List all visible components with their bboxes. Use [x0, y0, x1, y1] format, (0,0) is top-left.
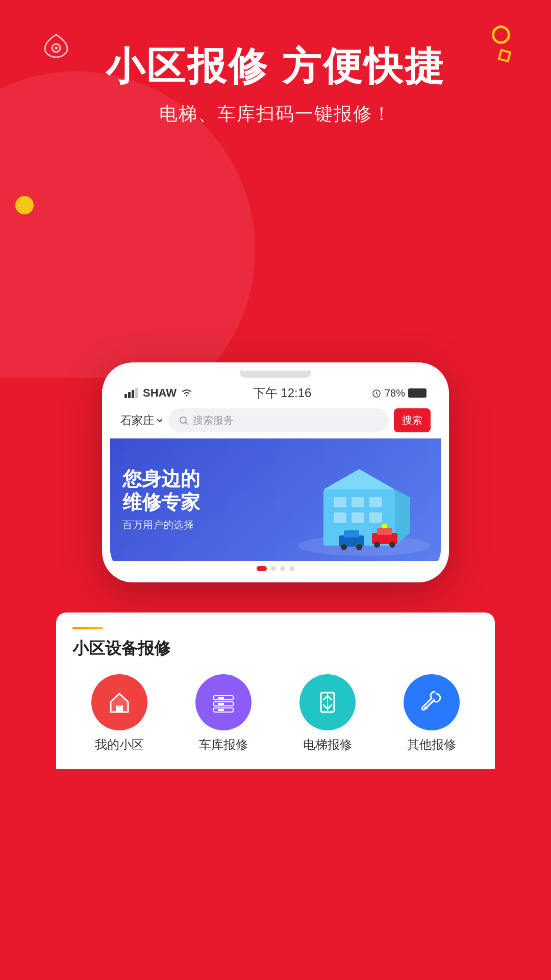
dot-4	[289, 566, 294, 571]
svg-point-24	[374, 542, 380, 548]
svg-point-25	[389, 542, 395, 548]
garage-repair-icon	[195, 674, 252, 730]
deco-icon-top-right	[492, 26, 510, 61]
status-right: 78%	[371, 387, 427, 399]
other-repair-label: 其他报修	[407, 737, 456, 753]
banner-text: 您身边的维修专家 百万用户的选择	[122, 468, 200, 532]
repair-section-title: 小区设备报修	[72, 638, 170, 660]
svg-rect-23	[377, 528, 392, 535]
svg-rect-32	[218, 703, 224, 705]
other-repair-icon	[404, 674, 460, 730]
my-community-icon	[91, 674, 147, 730]
svg-rect-13	[352, 497, 364, 507]
svg-rect-5	[135, 388, 138, 398]
my-community-label: 我的小区	[95, 737, 144, 753]
svg-rect-26	[382, 524, 387, 528]
search-field[interactable]: 搜索服务	[168, 408, 389, 432]
svg-point-36	[424, 706, 428, 709]
svg-rect-15	[334, 512, 346, 523]
svg-rect-4	[132, 390, 134, 398]
svg-rect-19	[344, 530, 359, 537]
repair-section-header: 小区设备报修	[72, 638, 479, 660]
dot-1	[257, 566, 267, 571]
hero-subtitle: 电梯、车库扫码一键报修！	[159, 102, 392, 127]
repair-section: 小区设备报修 我的小区	[56, 612, 495, 769]
overlap-area: SHAW 下午 12:16	[0, 362, 551, 822]
hero-title: 小区报修 方便快捷	[106, 41, 445, 93]
svg-point-21	[356, 544, 362, 550]
deco-square-yellow	[498, 49, 512, 63]
phone-status-bar: SHAW 下午 12:16	[110, 380, 441, 404]
svg-marker-10	[323, 469, 395, 489]
location-selector[interactable]: 石家庄	[120, 413, 163, 428]
my-community-item[interactable]: 我的小区	[72, 674, 166, 753]
status-left: SHAW	[124, 386, 193, 400]
svg-point-20	[341, 544, 347, 550]
elevator-repair-label: 电梯报修	[303, 737, 352, 753]
banner-title: 您身边的维修专家	[122, 468, 200, 514]
deco-dot-yellow	[15, 196, 34, 214]
search-placeholder: 搜索服务	[193, 413, 234, 427]
svg-rect-16	[352, 512, 364, 523]
other-repair-item[interactable]: 其他报修	[385, 674, 479, 753]
search-button[interactable]: 搜索	[394, 408, 431, 432]
status-time: 下午 12:16	[253, 385, 312, 401]
phone-banner: 您身边的维修专家 百万用户的选择	[110, 438, 441, 561]
deco-icon-top-left	[41, 31, 71, 61]
battery-text: 78%	[385, 387, 405, 399]
svg-rect-17	[369, 512, 382, 523]
carrier-text: SHAW	[143, 386, 177, 400]
phone-mockup: SHAW 下午 12:16	[102, 362, 449, 582]
svg-rect-3	[128, 392, 131, 398]
deco-circle-yellow	[492, 26, 510, 44]
svg-rect-12	[334, 497, 346, 507]
repair-icon-grid: 我的小区	[72, 674, 479, 753]
elevator-repair-item[interactable]: 电梯报修	[281, 674, 374, 753]
garage-repair-label: 车库报修	[199, 737, 248, 753]
repair-card: 小区设备报修 我的小区	[36, 612, 515, 769]
battery-bar	[408, 388, 427, 398]
banner-dots	[110, 561, 441, 574]
phone-notch	[240, 371, 311, 378]
dot-2	[271, 566, 276, 571]
hero-section: 小区报修 方便快捷 电梯、车库扫码一键报修！	[0, 0, 551, 378]
banner-subtitle: 百万用户的选择	[122, 518, 200, 532]
svg-rect-14	[369, 497, 382, 507]
dot-3	[280, 566, 285, 571]
elevator-repair-icon	[299, 674, 356, 730]
garage-repair-item[interactable]: 车库报修	[177, 674, 270, 753]
phone-search-bar[interactable]: 石家庄 搜索服务 搜索	[110, 404, 441, 438]
banner-illustration	[293, 449, 436, 561]
svg-point-1	[55, 46, 58, 50]
svg-rect-33	[218, 709, 224, 711]
accent-bar	[72, 627, 103, 629]
main-container: 小区报修 方便快捷 电梯、车库扫码一键报修！	[0, 0, 551, 980]
svg-rect-2	[124, 394, 127, 398]
svg-rect-31	[218, 697, 224, 699]
